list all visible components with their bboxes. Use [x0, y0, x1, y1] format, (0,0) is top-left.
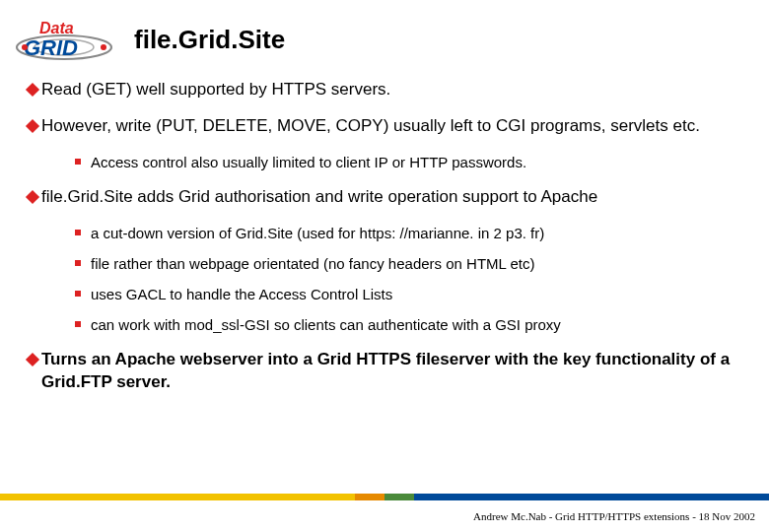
square-bullet-icon [75, 291, 81, 297]
bar-segment-yellow [0, 494, 355, 500]
logo-bottom-text: GRID [24, 35, 78, 60]
sub-bullet: can work with mod_ssl-GSI so clients can… [75, 314, 739, 335]
sub-bullet: a cut-down version of Grid.Site (used fo… [75, 223, 739, 243]
slide-footer: Andrew Mc.Nab - Grid HTTP/HTTPS extensio… [473, 510, 755, 522]
bullet-text: However, write (PUT, DELETE, MOVE, COPY)… [41, 115, 739, 138]
diamond-bullet-icon [26, 190, 39, 204]
square-bullet-icon [75, 230, 81, 235]
bullet-text: file.Grid.Site adds Grid authorisation a… [41, 186, 739, 209]
sub-bullet: uses GACL to handle the Access Control L… [75, 284, 739, 304]
svg-point-2 [22, 44, 28, 50]
sub-bullet: file rather than webpage orientated (no … [75, 253, 739, 274]
bullet-3: file.Grid.Site adds Grid authorisation a… [28, 186, 739, 209]
sub-bullet-text: a cut-down version of Grid.Site (used fo… [91, 223, 739, 243]
square-bullet-icon [75, 159, 81, 165]
diamond-bullet-icon [26, 83, 39, 97]
sub-bullet-text: uses GACL to handle the Access Control L… [91, 284, 739, 304]
bullet-4: Turns an Apache webserver into a Grid HT… [28, 349, 739, 394]
sub-bullet-text: can work with mod_ssl-GSI so clients can… [91, 314, 739, 335]
svg-point-3 [101, 44, 106, 50]
bar-segment-green [384, 494, 414, 500]
bullet-text: Read (GET) well supported by HTTPS serve… [41, 79, 739, 101]
bullet-1: Read (GET) well supported by HTTPS serve… [28, 79, 739, 101]
datagrid-logo: Data GRID [10, 18, 118, 61]
slide-header: Data GRID file.Grid.Site [0, 0, 769, 61]
diamond-bullet-icon [26, 353, 39, 366]
slide-content: Read (GET) well supported by HTTPS serve… [0, 61, 769, 394]
sub-bullet: Access control also usually limited to c… [75, 152, 739, 172]
bullet-2: However, write (PUT, DELETE, MOVE, COPY)… [28, 115, 739, 138]
sub-bullets-3: a cut-down version of Grid.Site (used fo… [75, 223, 739, 335]
sub-bullet-text: Access control also usually limited to c… [91, 152, 739, 172]
logo-top-text: Data [39, 20, 74, 36]
bullet-text: Turns an Apache webserver into a Grid HT… [41, 349, 739, 394]
sub-bullet-text: file rather than webpage orientated (no … [91, 253, 739, 274]
bar-segment-blue [414, 494, 769, 500]
diamond-bullet-icon [26, 119, 39, 133]
square-bullet-icon [75, 260, 81, 266]
slide-title: file.Grid.Site [134, 25, 285, 55]
square-bullet-icon [75, 321, 81, 327]
divider-bar [0, 494, 769, 500]
sub-bullets-2: Access control also usually limited to c… [75, 152, 739, 172]
bar-segment-orange [355, 494, 384, 500]
